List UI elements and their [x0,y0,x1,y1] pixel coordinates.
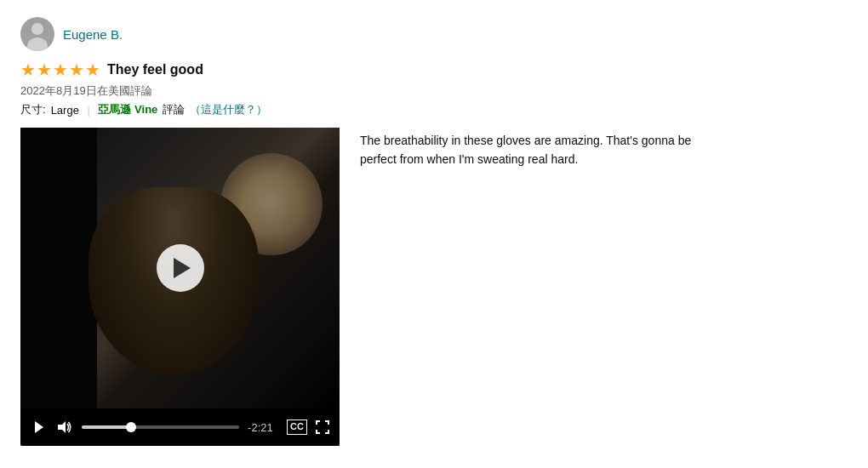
content-row: -2:21 CC The breathab [20,128,848,446]
cc-button[interactable]: CC [287,419,307,434]
review-meta: 尺寸: Large | 亞馬遜 Vine 評論 （這是什麼？） [20,102,848,117]
video-player: -2:21 CC [20,128,340,446]
meta-separator: | [84,104,94,117]
volume-button[interactable] [56,420,73,434]
stars-row: ★ ★ ★ ★ ★ They feel good [20,60,848,80]
fs-corner-tr [325,420,329,425]
fullscreen-icon [316,420,329,434]
review-date: 2022年8月19日在美國評論 [20,83,848,99]
time-remaining: -2:21 [248,421,278,434]
svg-point-1 [31,23,43,35]
svg-marker-3 [35,421,43,433]
fs-bottom-corners [316,430,329,434]
play-button-overlay[interactable] [157,244,204,292]
avatar[interactable] [20,17,54,51]
progress-dot [126,422,136,432]
vine-text: 評論 [163,102,185,117]
play-icon [174,258,191,278]
star-rating: ★ ★ ★ ★ ★ [20,60,100,80]
star-3: ★ [53,60,68,80]
star-5: ★ [85,60,100,80]
vine-brand: 亞馬遜 Vine [98,102,157,117]
review-title: They feel good [107,62,203,77]
fullscreen-button[interactable] [316,420,329,434]
fs-corner-br [325,430,329,434]
star-4: ★ [69,60,84,80]
video-left-panel [20,128,97,408]
svg-marker-4 [58,421,66,433]
star-2: ★ [37,60,52,80]
play-control-button[interactable] [31,420,48,434]
reviewer-name[interactable]: Eugene B. [63,27,123,42]
size-label: 尺寸: [20,102,46,117]
progress-fill [82,425,132,429]
reviewer-row: Eugene B. [20,17,848,51]
video-controls-bar: -2:21 CC [20,408,340,446]
star-1: ★ [20,60,36,80]
video-frame[interactable] [20,128,340,408]
fs-top-corners [316,420,329,425]
fs-corner-tl [316,420,320,425]
vine-clarify-link[interactable]: （這是什麼？） [190,102,267,117]
review-body: The breathability in these gloves are am… [360,128,717,169]
size-value[interactable]: Large [51,104,79,117]
fs-corner-bl [316,430,320,434]
progress-bar[interactable] [82,425,239,429]
